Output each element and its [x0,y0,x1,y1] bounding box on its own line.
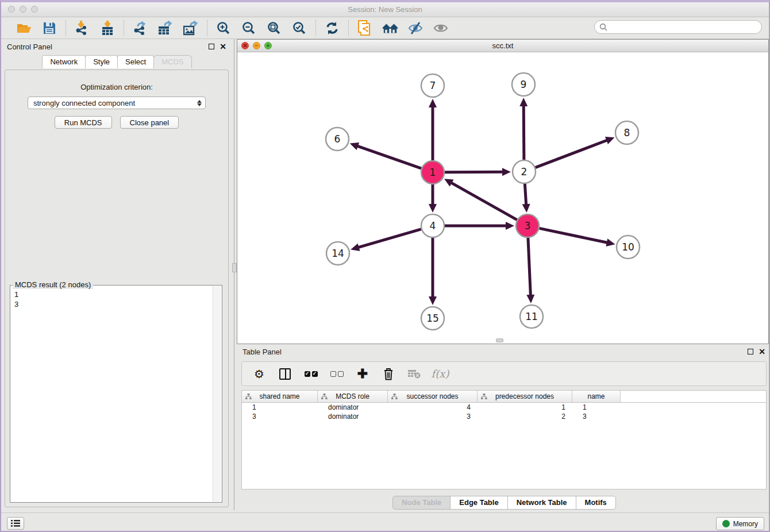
graph-edge-arrow [519,98,528,106]
show-columns-icon[interactable] [278,367,292,381]
tab-style[interactable]: Style [85,55,118,68]
split-pane-divider[interactable] [232,39,237,510]
zoom-fit-icon[interactable] [266,21,282,36]
select-all-columns-icon[interactable]: ✓✓ [304,367,318,381]
hide-selected-icon[interactable] [407,21,424,36]
graph-edge-4-14[interactable] [358,229,421,248]
graph-edge-2-3[interactable] [525,184,526,205]
table-row[interactable]: 1dominator411 [242,403,766,412]
memory-status-icon [722,520,730,527]
tab-mcds[interactable]: MCDS [153,55,191,68]
graph-edge-arrow [429,204,437,213]
network-graph: 7968124314101511 [237,52,768,344]
graph-edge-arrow [502,168,511,176]
unselect-all-columns-icon[interactable] [330,367,344,381]
table-cell: 1 [572,403,621,412]
graph-edge-arrow [350,142,359,150]
network-maximize-icon[interactable]: + [264,42,272,49]
list-icon [11,519,20,527]
graph-node-label: 11 [525,311,538,322]
divider-grip[interactable] [232,263,237,272]
export-image-icon[interactable] [183,21,199,36]
close-panel-icon[interactable]: ✕ [220,44,226,49]
sitemap-icon [391,394,398,400]
optimization-criterion-dropdown[interactable]: strongly connected component [28,97,206,109]
network-window-titlebar[interactable]: ✕ − + scc.txt [237,40,768,52]
table-tabs: Node Table Edge Table Network Table Moti… [237,496,770,510]
close-panel-button[interactable]: Close panel [120,116,179,129]
save-session-icon[interactable] [41,21,57,36]
table-toolbar: ⚙ ✓✓ ✚ f(x) [241,361,767,386]
column-header-label: name [587,392,605,400]
refresh-icon[interactable] [324,21,340,36]
delete-column-icon[interactable] [382,367,395,381]
sitemap-icon [321,394,328,400]
network-canvas[interactable]: 7968124314101511 [237,52,768,344]
run-mcds-button[interactable]: Run MCDS [55,116,112,129]
control-panel-tabs: Network Style Select MCDS [1,55,232,68]
export-network-icon[interactable] [132,21,148,36]
function-builder-icon: f(x) [433,367,447,381]
graph-edge-2-9[interactable] [523,105,524,160]
zoom-selected-icon[interactable] [291,21,307,36]
control-panel-title: Control Panel [7,43,52,51]
result-scrollbar[interactable] [213,286,221,502]
node-table-body: 1dominator4113dominator323 [242,403,766,421]
import-table-icon[interactable] [99,21,116,36]
graph-edge-2-8[interactable] [536,140,608,168]
table-cell: 4 [388,403,478,412]
column-header-MCDS-role[interactable]: MCDS role [318,391,388,402]
graph-node-label: 9 [521,79,527,90]
table-cell: 3 [242,412,318,421]
search-input[interactable] [610,21,761,33]
main-toolbar [1,17,769,39]
graph-node-label: 4 [430,220,436,232]
open-session-icon[interactable] [16,21,32,36]
mcds-panel-body: Optimization criterion: strongly connect… [5,70,229,507]
tab-network-table[interactable]: Network Table [507,496,576,510]
close-table-panel-icon[interactable]: ✕ [759,349,765,354]
network-close-icon[interactable]: ✕ [241,42,249,49]
create-column-icon[interactable]: ✚ [356,367,369,381]
float-table-panel-icon[interactable] [748,349,753,354]
tab-node-table[interactable]: Node Table [392,496,451,510]
sitemap-icon [245,394,252,400]
network-minimize-icon[interactable]: − [253,42,260,49]
graph-edge-1-6[interactable] [357,146,421,168]
control-panel: Control Panel ✕ Network Style Select MCD… [1,39,232,510]
graph-edge-1-2[interactable] [445,172,503,172]
network-view-window: ✕ − + scc.txt 7968124314101511 [237,39,769,344]
column-header-successor-nodes[interactable]: successor nodes [388,391,478,402]
dropdown-stepper-icon [197,100,202,106]
table-settings-icon[interactable]: ⚙ [252,367,266,381]
export-table-icon[interactable] [157,21,174,36]
zoom-in-icon[interactable] [215,21,232,36]
dropdown-selected-value: strongly connected component [33,99,135,107]
column-header-predecessor-nodes[interactable]: predecessor nodes [478,391,572,402]
tab-network[interactable]: Network [42,55,86,68]
float-panel-icon[interactable] [209,44,214,49]
import-network-icon[interactable] [74,21,90,36]
tab-edge-table[interactable]: Edge Table [450,496,507,510]
show-all-icon[interactable] [433,21,449,36]
column-header-label: shared name [259,392,299,400]
table-cell: 1 [478,403,572,412]
column-header-shared-name[interactable]: shared name [242,391,318,402]
tab-select[interactable]: Select [117,55,154,68]
graph-edge-3-10[interactable] [540,228,608,242]
graph-edge-3-1[interactable] [451,183,517,220]
table-row[interactable]: 3dominator323 [242,412,766,421]
sitemap-icon [481,394,487,400]
network-scroll-thumb[interactable] [496,338,503,342]
zoom-out-icon[interactable] [241,21,257,36]
tab-motifs[interactable]: Motifs [576,496,616,510]
table-cell: 3 [572,412,621,421]
memory-button[interactable]: Memory [716,517,764,530]
graph-edge-3-11[interactable] [528,238,530,296]
column-header-name[interactable]: name [572,391,621,402]
clone-network-icon[interactable] [357,21,373,36]
mcds-result-text[interactable]: 1 3 [10,287,213,501]
task-history-button[interactable] [7,517,24,530]
memory-label: Memory [733,520,758,528]
home-layout-icon[interactable] [382,21,398,36]
